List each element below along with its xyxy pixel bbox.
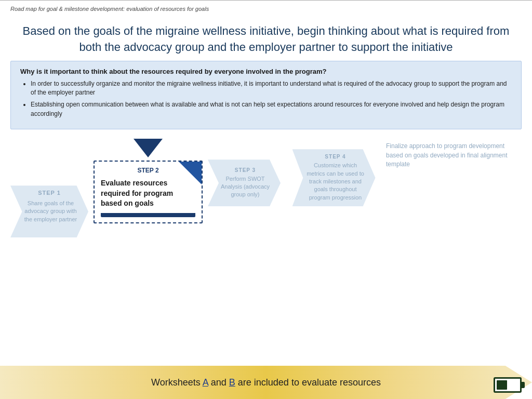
step-2-box: STEP 2 Evaluate resources required for p… [94,161,203,223]
step-2-down-arrow [134,139,163,157]
top-bar: Road map for goal & milestone developmen… [0,0,532,16]
battery-fill [497,380,507,390]
main-title: Based on the goals of the migraine welln… [0,16,532,61]
step-final-block: Finalize approach to program development… [382,134,527,172]
step-3-arrow: STEP 3 Perform SWOT Analysis (advocacy g… [208,159,281,206]
banner-text-before: Worksheets [151,377,203,388]
step-4-block: STEP 4 Customize which metrics can be us… [286,134,382,206]
step-4-arrow: STEP 4 Customize which metrics can be us… [292,149,376,206]
step-1-content: Share goals of the advocacy group with t… [23,200,78,223]
step-3-block: STEP 3 Perform SWOT Analysis (advocacy g… [203,134,286,206]
step-1-block: STEP 1 Share goals of the advocacy group… [5,134,94,237]
bottom-banner-text: Worksheets A and B are included to evalu… [151,377,381,388]
battery-icon [494,377,522,393]
step-1-label: STEP 1 [38,190,61,196]
step-final-content: Finalize approach to program development… [382,139,527,172]
step-3-content: Perform SWOT Analysis (advocacy group on… [219,175,271,199]
step-2-block: STEP 2 Evaluate resources required for p… [94,134,203,223]
info-box-bullet-2: Establishing open communication between … [31,100,512,118]
banner-text-and: and [208,377,229,388]
bottom-banner: Worksheets A and B are included to evalu… [0,366,532,399]
step-2-corner [179,162,202,184]
info-box: Why is it important to think about the r… [10,61,522,130]
top-bar-text: Road map for goal & milestone developmen… [10,6,209,12]
banner-text-after: are included to evaluate resources [235,377,381,388]
worksheet-a-link[interactable]: A [203,377,208,388]
step-2-blue-bar [101,213,195,217]
step-3-label: STEP 3 [235,167,256,173]
step-4-content: Customize which metrics can be used to t… [306,162,365,202]
step-4-label: STEP 4 [325,154,345,159]
info-box-bullets: In order to successfully organize and mo… [20,79,512,119]
info-box-bullet-1: In order to successfully organize and mo… [31,79,512,98]
steps-area: STEP 1 Share goals of the advocacy group… [5,134,527,284]
info-box-title: Why is it important to think about the r… [20,68,512,75]
step-1-arrow: STEP 1 Share goals of the advocacy group… [10,185,88,237]
worksheet-b-link[interactable]: B [229,377,235,388]
